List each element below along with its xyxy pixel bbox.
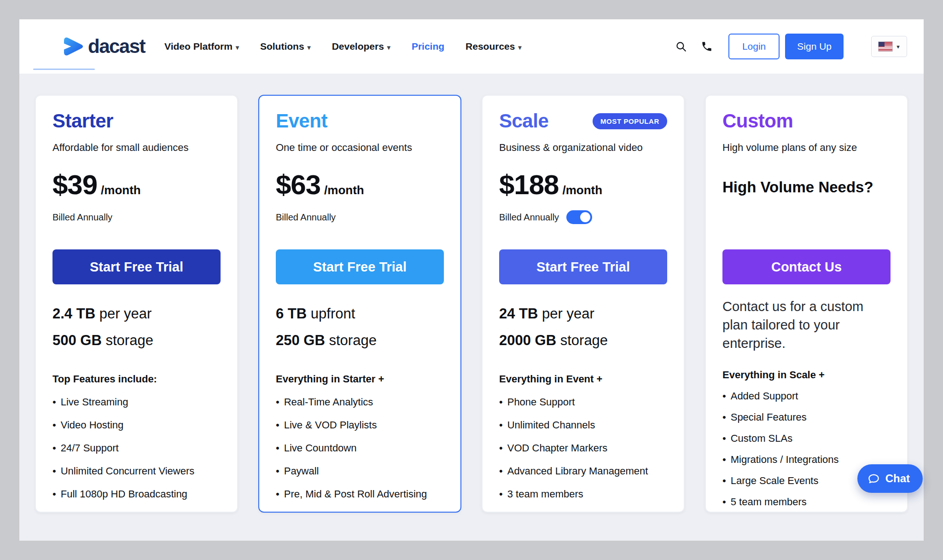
start-free-trial-button[interactable]: Start Free Trial [52,249,221,284]
chevron-down-icon: ▾ [236,44,239,51]
phone-button[interactable] [701,40,713,52]
plan-head: Starter Affordable for small audiences $… [52,111,221,249]
storage-line: 250 GB storage [276,332,444,349]
login-button[interactable]: Login [728,34,780,59]
billing-label: Billed Annually [52,212,112,223]
bandwidth-value: 2.4 TB [52,306,95,322]
search-button[interactable] [675,40,687,52]
feature-item: 5 team members [722,496,891,508]
billing-toggle[interactable] [566,210,592,224]
plan-tagline: High volume plans of any size [722,142,891,154]
plan-price: $39 /month [52,171,221,199]
dacast-logo-icon [61,36,84,57]
feature-item: Special Features [722,411,891,423]
plan-features: Top Features include: Live Streaming Vid… [52,373,221,500]
logo[interactable]: dacast [61,35,145,58]
feature-item: Live & VOD Playlists [276,419,444,431]
phone-icon [701,40,713,52]
storage-label: storage [560,332,608,348]
feature-item: Unlimited Concurrent Viewers [52,465,221,477]
most-popular-badge: MOST POPULAR [593,113,667,129]
plan-card-custom: Custom High volume plans of any size Hig… [705,95,908,513]
feature-item: Video Hosting [52,419,221,431]
price-period: /month [562,183,602,197]
bandwidth-line: 24 TB per year [499,306,667,322]
signup-button[interactable]: Sign Up [785,34,844,59]
plan-description: Contact us for a custom plan tailored to… [722,297,891,352]
header-scroll-indicator [33,69,95,70]
nav-label: Developers [332,41,384,52]
price-amount: $63 [276,171,320,199]
storage-value: 2000 GB [499,332,556,348]
feature-item: Live Countdown [276,442,444,454]
contact-us-button[interactable]: Contact Us [722,249,891,284]
nav-developers[interactable]: Developers ▾ [332,41,390,52]
language-selector[interactable]: ▾ [871,36,907,57]
nav-label: Pricing [412,41,444,52]
plan-tagline: Business & organizational video [499,142,667,154]
chat-icon [867,473,880,485]
bandwidth-value: 6 TB [276,306,307,322]
price-period: /month [324,183,364,197]
plan-tagline: Affordable for small audiences [52,142,221,154]
feature-item: Live Streaming [52,396,221,408]
storage-value: 250 GB [276,332,325,348]
plan-tagline: One time or occasional events [276,142,444,154]
nav-solutions[interactable]: Solutions ▾ [260,41,311,52]
us-flag-icon [879,42,892,51]
feature-item: Custom SLAs [722,433,891,445]
plan-allowances: 2.4 TB per year 500 GB storage [52,306,221,348]
feature-item: Migrations / Integrations [722,454,891,466]
plan-title: Event [276,111,327,131]
feature-item: VOD Chapter Markers [499,442,667,454]
chat-label: Chat [885,472,910,485]
header: dacast Video Platform ▾ Solutions ▾ Deve… [19,19,924,74]
bandwidth-line: 6 TB upfront [276,306,444,322]
bandwidth-value: 24 TB [499,306,538,322]
storage-value: 500 GB [52,332,102,348]
plan-head: Custom High volume plans of any size Hig… [722,111,891,249]
plan-allowances: 6 TB upfront 250 GB storage [276,306,444,348]
chevron-down-icon: ▾ [387,44,390,51]
feature-item: 3 team members [499,488,667,500]
storage-line: 2000 GB storage [499,332,667,349]
feature-item: Phone Support [499,396,667,408]
plan-card-event: Event One time or occasional events $63 … [258,95,461,513]
chat-button[interactable]: Chat [857,464,923,493]
bandwidth-label: per year [542,306,594,322]
features-title: Top Features include: [52,373,221,385]
features-title: Everything in Scale + [722,369,891,381]
plan-title: Scale [499,111,548,131]
plan-cards: Starter Affordable for small audiences $… [35,95,908,513]
chevron-down-icon: ▾ [308,44,311,51]
billing-label: Billed Annually [499,212,559,223]
feature-item: Unlimited Channels [499,419,667,431]
start-free-trial-button[interactable]: Start Free Trial [276,249,444,284]
plan-card-starter: Starter Affordable for small audiences $… [35,95,238,513]
header-actions: Login Sign Up ▾ [675,34,907,59]
plan-card-scale: Scale MOST POPULAR Business & organizati… [482,95,685,513]
logo-text: dacast [88,35,145,58]
nav-pricing[interactable]: Pricing [412,41,444,52]
nav-resources[interactable]: Resources ▾ [466,41,521,52]
plan-allowances: 24 TB per year 2000 GB storage [499,306,667,348]
chevron-down-icon: ▾ [896,43,900,50]
main-nav: Video Platform ▾ Solutions ▾ Developers … [164,41,521,52]
feature-item: Paywall [276,465,444,477]
feature-item: Full 1080p HD Broadcasting [52,488,221,500]
start-free-trial-button[interactable]: Start Free Trial [499,249,667,284]
nav-label: Solutions [260,41,304,52]
storage-label: storage [329,332,376,348]
plan-title: Custom [722,111,793,131]
features-title: Everything in Starter + [276,373,444,385]
nav-label: Video Platform [164,41,233,52]
plan-head: Event One time or occasional events $63 … [276,111,444,249]
nav-video-platform[interactable]: Video Platform ▾ [164,41,239,52]
price-amount: $188 [499,171,559,199]
feature-item: 24/7 Support [52,442,221,454]
features-title: Everything in Event + [499,373,667,385]
feature-item: Advanced Library Management [499,465,667,477]
plan-heading: High Volume Needs? [722,179,891,196]
plan-title: Starter [52,111,113,131]
feature-item: Real-Time Analytics [276,396,444,408]
